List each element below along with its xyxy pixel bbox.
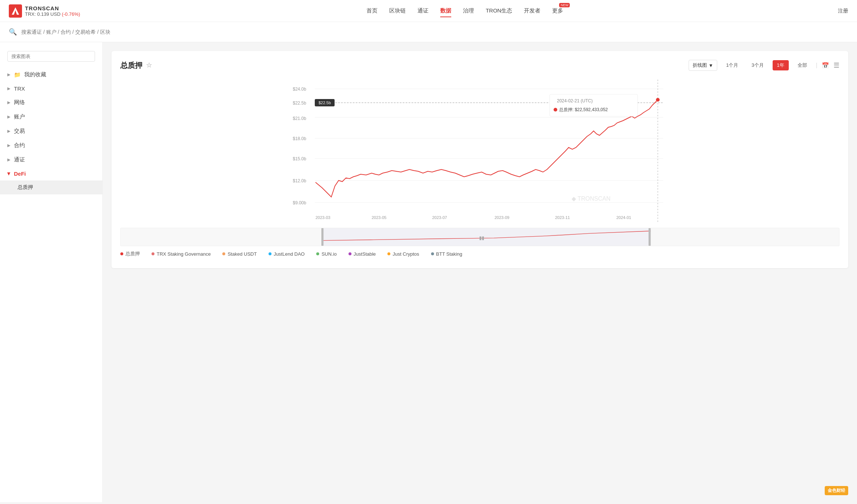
chart-header: 总质押 ☆ 折线图 ▼ 1个月 3个月 1年 全部 | 📅 ☰ [120, 60, 839, 71]
nav-blockchain[interactable]: 区块链 [389, 6, 406, 16]
time-btn-1month[interactable]: 1个月 [722, 60, 743, 70]
chart-area: $24.0b $22.5b $21.0b $18.0b $15.0b $12.0… [120, 80, 839, 246]
nav-tokens[interactable]: 通证 [417, 6, 428, 16]
svg-rect-34 [322, 228, 651, 246]
main-nav: 首页 区块链 通证 数据 治理 TRON生态 开发者 更多 NEW [92, 6, 838, 16]
legend-dot [269, 252, 271, 255]
jincai-badge: 金色财经 [825, 486, 848, 495]
time-btn-3month[interactable]: 3个月 [747, 60, 768, 70]
trx-change: (-0.76%) [62, 11, 80, 17]
legend-item-trx-staking: TRX Staking Governance [152, 251, 211, 257]
legend-dot [316, 252, 319, 255]
svg-text:$12.0b: $12.0b [293, 178, 306, 183]
arrow-down-icon: ▶ [7, 172, 11, 175]
mini-range-chart[interactable]: ▮▮ [120, 228, 839, 246]
legend-dot [349, 252, 351, 255]
legend-dot [431, 252, 434, 255]
calendar-icon[interactable]: 📅 [822, 62, 829, 69]
sidebar-label-trx: TRX [14, 85, 25, 92]
sidebar-item-transactions[interactable]: ▶ 交易 [0, 124, 102, 138]
main-layout: ▶ 📁 我的收藏 ▶ TRX ▶ 网络 ▶ 账户 ▶ 交易 ▶ 合约 ▶ 通证 [0, 42, 857, 502]
dropdown-icon: ▼ [708, 63, 713, 68]
sidebar-label-defi: DeFi [14, 171, 26, 177]
legend-item-sun-io: SUN.io [316, 251, 336, 257]
svg-rect-0 [9, 4, 22, 18]
time-btn-1year[interactable]: 1年 [773, 60, 789, 70]
nav-more[interactable]: 更多 NEW [552, 6, 563, 16]
main-content: 总质押 ☆ 折线图 ▼ 1个月 3个月 1年 全部 | 📅 ☰ [103, 42, 857, 502]
chart-title-area: 总质押 ☆ [120, 61, 152, 70]
svg-text:总质押: $22,592,433,052: 总质押: $22,592,433,052 [559, 107, 608, 112]
sidebar-item-trx[interactable]: ▶ TRX [0, 82, 102, 95]
legend-item-staked-usdt: Staked USDT [222, 251, 256, 257]
svg-text:$18.0b: $18.0b [293, 136, 306, 141]
sidebar-item-certificates[interactable]: ▶ 通证 [0, 153, 102, 167]
sidebar-item-contracts[interactable]: ▶ 合约 [0, 138, 102, 153]
sidebar-search-input[interactable] [7, 51, 95, 62]
time-btn-all[interactable]: 全部 [793, 60, 812, 70]
nav-developers[interactable]: 开发者 [524, 6, 540, 16]
sidebar-label-accounts: 账户 [14, 113, 25, 120]
trx-price: TRX: 0.139 USD (-0.76%) [25, 11, 80, 17]
legend-dot [152, 252, 154, 255]
svg-text:$22.5b: $22.5b [318, 101, 331, 105]
sidebar-item-network[interactable]: ▶ 网络 [0, 95, 102, 110]
register-button[interactable]: 注册 [838, 8, 848, 14]
folder-icon: 📁 [14, 72, 21, 78]
search-bar: 🔍 [0, 22, 857, 42]
chart-legend: 总质押 TRX Staking Governance Staked USDT J… [120, 251, 839, 259]
legend-item-just-cryptos: Just Cryptos [387, 251, 419, 257]
logo-text-group: TRONSCAN TRX: 0.139 USD (-0.76%) [25, 5, 80, 17]
svg-rect-29 [550, 94, 638, 116]
arrow-icon: ▶ [7, 100, 10, 105]
arrow-icon: ▶ [7, 143, 10, 148]
sidebar-label-transactions: 交易 [14, 128, 25, 135]
legend-item-justlend: JustLend DAO [269, 251, 305, 257]
svg-text:2023-05: 2023-05 [372, 215, 386, 220]
main-chart-svg: $24.0b $22.5b $21.0b $18.0b $15.0b $12.0… [120, 80, 839, 226]
divider: | [816, 62, 817, 69]
svg-text:$22.5b: $22.5b [293, 101, 306, 106]
arrow-icon: ▶ [7, 157, 10, 162]
sidebar-label-favorites: 我的收藏 [24, 71, 46, 78]
chart-controls: 折线图 ▼ 1个月 3个月 1年 全部 | 📅 ☰ [689, 60, 839, 71]
svg-rect-36 [649, 228, 651, 246]
legend-item-total-staking: 总质押 [120, 251, 140, 257]
sidebar-item-accounts[interactable]: ▶ 账户 [0, 110, 102, 124]
search-input[interactable] [21, 29, 848, 35]
legend-dot [120, 252, 123, 255]
svg-text:2024-01: 2024-01 [616, 215, 631, 220]
sidebar-label-certificates: 通证 [14, 156, 25, 163]
sidebar-label-network: 网络 [14, 99, 25, 106]
svg-text:2023-11: 2023-11 [555, 215, 570, 220]
svg-text:$9.00b: $9.00b [293, 200, 306, 205]
legend-item-btt-staking: BTT Staking [431, 251, 462, 257]
svg-text:2023-07: 2023-07 [432, 215, 447, 220]
svg-text:$24.0b: $24.0b [293, 87, 306, 92]
legend-item-juststable: JustStable [349, 251, 376, 257]
sidebar-item-defi[interactable]: ▶ DeFi [0, 167, 102, 180]
sidebar-item-favorites[interactable]: ▶ 📁 我的收藏 [0, 67, 102, 82]
svg-point-21 [656, 98, 660, 102]
svg-point-31 [554, 108, 557, 112]
legend-dot [222, 252, 225, 255]
new-badge: NEW [559, 3, 570, 7]
sidebar-search-area [0, 48, 102, 67]
nav-governance[interactable]: 治理 [463, 6, 474, 16]
chart-type-selector[interactable]: 折线图 ▼ [689, 60, 717, 71]
svg-text:◆ TRONSCAN: ◆ TRONSCAN [572, 196, 610, 202]
sidebar-subitem-total-staking[interactable]: 总质押 [0, 180, 102, 194]
logo-area: TRONSCAN TRX: 0.139 USD (-0.76%) [9, 4, 80, 18]
search-icon: 🔍 [9, 28, 17, 36]
svg-text:2023-09: 2023-09 [495, 215, 509, 220]
arrow-icon: ▶ [7, 86, 10, 91]
header: TRONSCAN TRX: 0.139 USD (-0.76%) 首页 区块链 … [0, 0, 857, 22]
nav-data[interactable]: 数据 [440, 6, 451, 16]
chart-container: 总质押 ☆ 折线图 ▼ 1个月 3个月 1年 全部 | 📅 ☰ [112, 51, 848, 268]
svg-rect-35 [321, 228, 324, 246]
nav-tron-eco[interactable]: TRON生态 [486, 6, 513, 16]
menu-icon[interactable]: ☰ [834, 61, 839, 69]
nav-home[interactable]: 首页 [366, 6, 378, 16]
legend-dot [387, 252, 390, 255]
favorite-star-icon[interactable]: ☆ [146, 61, 152, 69]
